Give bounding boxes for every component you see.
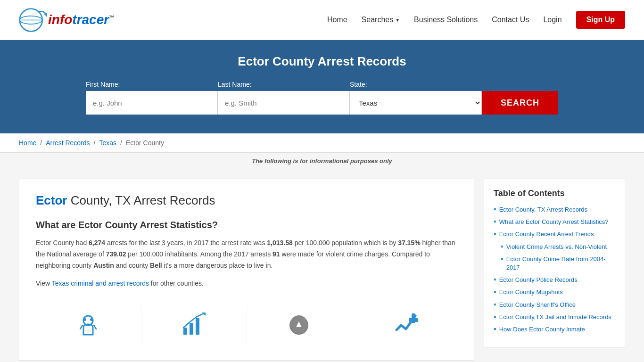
svg-point-5: [83, 318, 86, 321]
toc-list-item: ▪Violent Crime Arrests vs. Non-Violent: [501, 243, 615, 251]
info-notice: The following is for informational purpo…: [0, 153, 644, 169]
content-area: Ector County, TX Arrest Records What are…: [19, 179, 474, 361]
login-button[interactable]: Login: [543, 16, 561, 24]
toc-link[interactable]: Violent Crime Arrests vs. Non-Violent: [506, 243, 607, 251]
toc-list-item: ▪Ector County, TX Arrest Records: [494, 206, 615, 214]
logo[interactable]: infotracer™: [19, 7, 115, 33]
stats-text-5: per 100.000 inhabitants. Among the 2017 …: [126, 250, 272, 258]
logo-tracer-text: tracer: [72, 12, 109, 27]
toc-bullet-icon: ▪: [494, 230, 496, 238]
hero-title: Ector County Arrest Records: [19, 54, 625, 69]
stats-text-2: arrests for the last 3 years, in 2017 th…: [105, 239, 267, 247]
main-nav: Home Searches ▼ Business Solutions Conta…: [327, 11, 625, 29]
logo-tm: ™: [109, 14, 115, 21]
toc-link[interactable]: Ector County Police Records: [499, 276, 578, 284]
toc-link[interactable]: How Does Ector County Inmate: [499, 325, 585, 334]
toc-list-item: ▪Ector County Mugshots: [494, 288, 615, 296]
nav-contact-us[interactable]: Contact Us: [492, 16, 529, 24]
state-select[interactable]: TexasAlabamaAlaskaArizonaArkansasCalifor…: [350, 91, 482, 115]
nav-home[interactable]: Home: [327, 16, 347, 24]
toc-bullet-icon: ▪: [494, 288, 496, 296]
svg-text:▲: ▲: [294, 319, 304, 329]
toc-list-item: ▪Ector County,TX Jail and Inmate Records: [494, 313, 615, 321]
toc-bullet-icon: ▪: [501, 255, 504, 263]
arrests-icon: [41, 311, 136, 341]
breadcrumb-arrest-records[interactable]: Arrest Records: [46, 139, 90, 147]
icons-row: ▲: [36, 299, 457, 346]
content-title-rest: County, TX Arrest Records: [67, 193, 215, 207]
svg-rect-9: [196, 318, 199, 335]
breadcrumb-county: Ector County: [126, 139, 164, 147]
toc-bullet-icon: ▪: [494, 313, 496, 321]
toc-list: ▪Ector County, TX Arrest Records▪What ar…: [494, 206, 615, 334]
toc-link[interactable]: Ector County Crime Rate from 2004-2017: [506, 255, 615, 272]
state-group: State: TexasAlabamaAlaskaArizonaArkansas…: [350, 81, 482, 115]
first-name-label: First Name:: [86, 81, 120, 88]
toc-link[interactable]: What are Ector County Arrest Statistics?: [499, 218, 609, 226]
stats-text-3: per 100.000 population which is by: [293, 239, 398, 247]
info-notice-text: The following is for informational purpo…: [252, 157, 392, 165]
first-name-input[interactable]: [86, 91, 218, 115]
icon-crimes: [352, 306, 457, 346]
toc-link[interactable]: Ector County Sheriff's Office: [499, 301, 576, 309]
last-name-input[interactable]: [218, 91, 350, 115]
breadcrumb: Home / Arrest Records / Texas / Ector Co…: [0, 133, 644, 153]
nav-searches-dropdown[interactable]: Searches ▼: [362, 16, 400, 24]
toc-list-item: ▪Ector County Sheriff's Office: [494, 301, 615, 309]
nav-business-solutions[interactable]: Business Solutions: [414, 16, 478, 24]
stats-text-1: Ector County had: [36, 239, 89, 247]
state-label: State:: [350, 81, 367, 88]
icon-arrests: [36, 306, 141, 346]
county-austin: Austin: [93, 262, 114, 269]
breadcrumb-sep-2: /: [94, 139, 96, 147]
county-bell: Bell: [150, 262, 162, 269]
breadcrumb-sep-3: /: [120, 139, 122, 147]
view-text-2: for other counties.: [149, 280, 204, 287]
last-name-group: Last Name:: [218, 81, 350, 115]
toc-bullet-icon: ▪: [494, 217, 496, 226]
stats-text-8: it's a more dangerous place to live in.: [162, 262, 273, 269]
toc-bullet-icon: ▪: [494, 325, 496, 333]
toc-bullet-icon: ▪: [494, 205, 496, 214]
toc-link[interactable]: Ector County Mugshots: [499, 288, 563, 296]
toc-bullet-icon: ▪: [501, 242, 504, 251]
toc-heading: Table of Contents: [494, 189, 615, 198]
view-text-1: View: [36, 280, 52, 287]
toc-list-item: ▪Ector County Crime Rate from 2004-2017: [501, 255, 615, 272]
toc-list-item: ▪How Does Ector County Inmate: [494, 325, 615, 334]
chevron-down-icon: ▼: [395, 17, 400, 23]
toc-list-item: ▪Ector County Police Records: [494, 276, 615, 284]
trends-icon: [146, 311, 242, 341]
texas-records-link[interactable]: Texas criminal and arrest records: [52, 280, 149, 287]
toc-link[interactable]: Ector County,TX Jail and Inmate Records: [499, 313, 611, 321]
crimes-icon: [357, 311, 453, 341]
svg-point-6: [90, 318, 93, 321]
hero-section: Ector County Arrest Records First Name: …: [0, 40, 644, 133]
stats-percent: 37.15%: [398, 239, 420, 247]
alerts-icon: ▲: [252, 311, 347, 341]
toc-list-item: ▪What are Ector County Arrest Statistics…: [494, 218, 615, 226]
search-form: First Name: Last Name: State: TexasAlaba…: [86, 81, 558, 115]
toc-link[interactable]: Ector County, TX Arrest Records: [499, 206, 587, 214]
breadcrumb-home[interactable]: Home: [19, 139, 36, 147]
icon-trends: [141, 306, 247, 346]
signup-button[interactable]: Sign Up: [576, 11, 625, 29]
stats-text-7: and county: [114, 262, 150, 269]
toc-link[interactable]: Ector County Recent Arrest Trends: [499, 230, 594, 239]
svg-rect-7: [183, 328, 187, 335]
nav-searches-link[interactable]: Searches: [362, 16, 394, 24]
last-name-label: Last Name:: [218, 81, 252, 88]
view-link-paragraph: View Texas criminal and arrest records f…: [36, 278, 457, 289]
breadcrumb-texas[interactable]: Texas: [99, 139, 117, 147]
stats-paragraph: Ector County had 6,274 arrests for the l…: [36, 238, 457, 271]
icon-alerts: ▲: [247, 306, 353, 346]
site-header: infotracer™ Home Searches ▼ Business Sol…: [0, 0, 644, 40]
logo-info-text: info: [48, 12, 72, 27]
toc-bullet-icon: ▪: [494, 300, 496, 309]
toc-bullet-icon: ▪: [494, 275, 496, 284]
stats-national: 739.02: [106, 250, 126, 258]
toc-list-item: ▪Ector County Recent Arrest Trends: [494, 230, 615, 239]
content-title: Ector County, TX Arrest Records: [36, 193, 457, 208]
stats-rate: 1,013.58: [267, 239, 293, 247]
search-button[interactable]: SEARCH: [482, 91, 558, 115]
